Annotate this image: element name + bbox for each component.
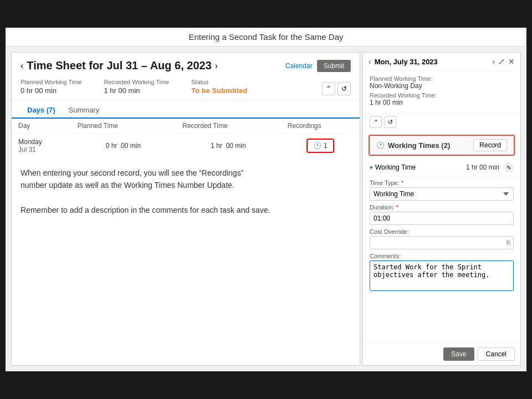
detail-recorded-label: Recorded Working Time: — [370, 92, 514, 99]
working-times-header: 🕐 Working Times (2) Record — [369, 135, 515, 156]
cost-override-label: Cost Override: — [370, 228, 514, 235]
record-button[interactable]: Record — [473, 139, 507, 151]
expand-chevron-icon[interactable]: ▾ — [370, 164, 373, 171]
save-button[interactable]: Save — [443, 347, 474, 361]
timesheet-nav-prev[interactable]: ‹ — [21, 61, 23, 71]
page-title: Entering a Second Task for the Same Day — [188, 32, 343, 42]
working-times-label: Working Times (2) — [388, 141, 473, 150]
refresh-action-btn[interactable]: ↺ — [337, 82, 351, 95]
col-header-day: Day — [12, 119, 71, 134]
row-planned: 0 hr 00 min — [71, 134, 176, 158]
duration-input[interactable] — [370, 212, 514, 225]
explanation-text: When entering your second record, you wi… — [12, 158, 360, 226]
timesheet-title: Time Sheet for Jul 31 – Aug 6, 2023 — [27, 59, 211, 72]
detail-nav-prev[interactable]: ‹ — [369, 57, 371, 66]
expand-icon-btn[interactable]: ⤢ — [498, 57, 505, 66]
recorded-label: Recorded Working Time — [104, 79, 169, 85]
planned-label: Planned Working Time — [21, 79, 81, 85]
detail-date: Mon, July 31, 2023 — [375, 58, 489, 66]
status-label: Status — [191, 79, 247, 85]
time-type-label: Time Type: * — [370, 180, 514, 186]
recordings-count: 1 — [324, 142, 328, 150]
cancel-button[interactable]: Cancel — [478, 347, 515, 361]
submit-button[interactable]: Submit — [317, 60, 351, 72]
working-time-edit-btn[interactable]: ✎ — [504, 162, 514, 172]
recordings-badge[interactable]: 🕐 1 — [306, 139, 334, 153]
clock-icon-wt: 🕐 — [376, 141, 385, 149]
close-icon-btn[interactable]: ✕ — [508, 57, 515, 66]
planned-value: 0 hr 00 min — [21, 86, 57, 95]
cost-override-input[interactable] — [370, 236, 514, 249]
working-time-row: ▾ Working Time 1 hr 00 min ✎ — [363, 159, 520, 176]
time-type-select[interactable]: Working Time — [370, 187, 514, 201]
duration-required: * — [396, 204, 398, 211]
detail-recorded-value: 1 hr 00 min — [370, 99, 514, 106]
detail-nav-next[interactable]: › — [492, 57, 495, 66]
col-header-recordings: Recordings — [281, 119, 360, 134]
col-header-planned: Planned Time — [71, 119, 176, 134]
comments-textarea[interactable]: Started Work for the Sprint objectives a… — [370, 260, 514, 291]
detail-planned-value: Non-Working Day — [370, 82, 514, 90]
tab-summary[interactable]: Summary — [62, 103, 106, 119]
working-time-duration: 1 hr 00 min — [466, 163, 499, 171]
working-time-name: Working Time — [375, 163, 466, 171]
table-row: Monday Jul 31 0 hr 00 min 1 hr 00 min 🕐 … — [12, 134, 360, 158]
status-value: To be Submitted — [191, 86, 247, 95]
col-header-recorded: Recorded Time — [176, 119, 281, 134]
comments-label: Comments: — [370, 253, 514, 259]
row-day: Monday — [18, 138, 64, 146]
recorded-value: 1 hr 00 min — [104, 86, 140, 95]
timesheet-panel: ‹ Time Sheet for Jul 31 – Aug 6, 2023 › … — [11, 52, 360, 366]
time-type-required: * — [401, 180, 403, 186]
row-date: Jul 31 — [18, 146, 64, 154]
clock-icon: 🕐 — [313, 142, 321, 150]
expand-action-btn[interactable]: ⌃ — [322, 82, 335, 95]
tab-days[interactable]: Days (7) — [21, 103, 62, 119]
detail-expand-btn[interactable]: ⌃ — [370, 116, 382, 128]
row-recorded: 1 hr 00 min — [176, 134, 281, 158]
timesheet-nav-next[interactable]: › — [215, 61, 218, 71]
duration-label: Duration: * — [370, 204, 514, 211]
copy-icon[interactable]: ⎘ — [507, 239, 510, 247]
detail-panel: ‹ Mon, July 31, 2023 › ⤢ ✕ Planned Worki… — [362, 52, 521, 366]
detail-planned-label: Planned Working Time: — [370, 75, 514, 82]
calendar-link[interactable]: Calendar — [285, 62, 313, 70]
detail-refresh-btn[interactable]: ↺ — [384, 116, 396, 128]
